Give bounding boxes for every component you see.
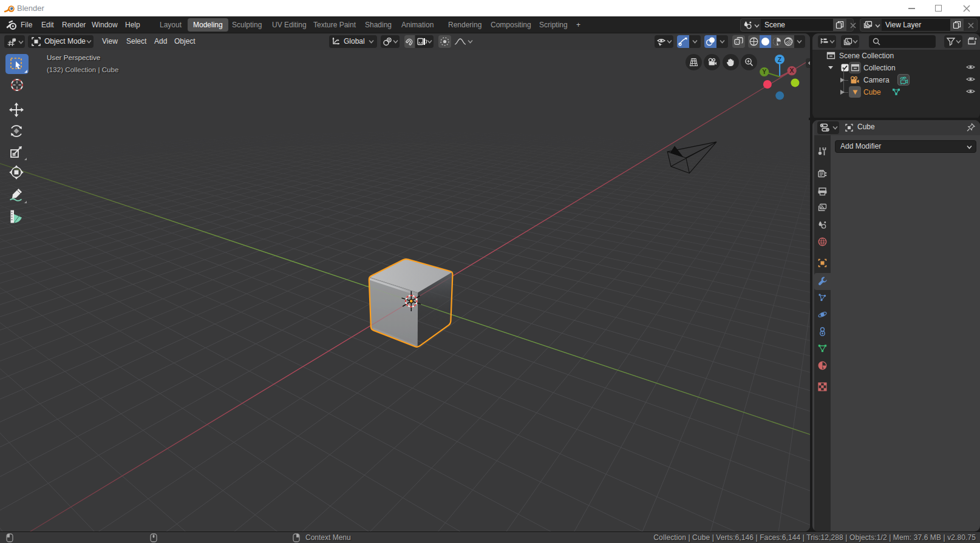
svg-text:Z: Z [778, 56, 782, 63]
svg-text:Y: Y [762, 68, 766, 75]
svg-text:X: X [790, 67, 794, 74]
